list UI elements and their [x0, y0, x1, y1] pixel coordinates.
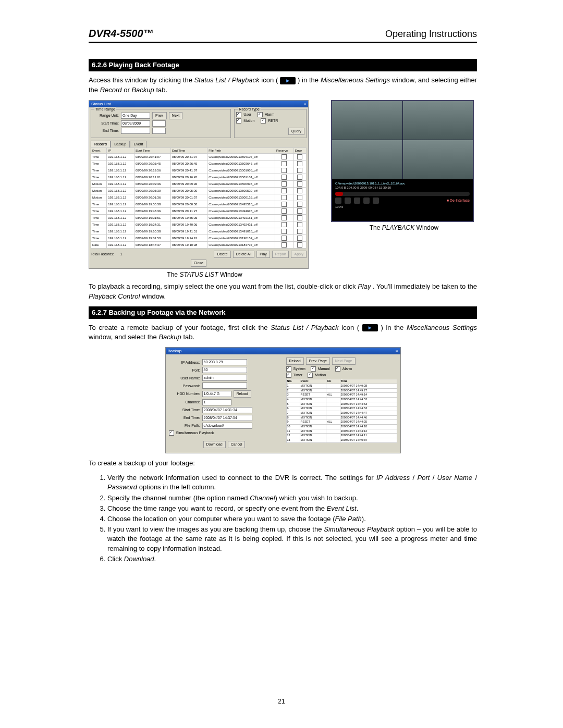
motion-checkbox[interactable] [308, 373, 313, 378]
reserve-checkbox[interactable] [282, 161, 287, 166]
system-checkbox[interactable] [286, 366, 291, 372]
table-row[interactable]: 1MOTION2008/04/07 14:49:28 [286, 384, 397, 388]
reserve-checkbox[interactable] [282, 181, 287, 187]
table-row[interactable]: Motion192.168.1.1208/09/09 20:05:3008/09… [91, 187, 307, 194]
reserve-checkbox[interactable] [282, 222, 287, 227]
pwd-input[interactable] [202, 382, 247, 389]
table-row[interactable]: Time192.168.1.1208/09/09 19:31:5108/09/0… [91, 214, 307, 221]
reserve-checkbox[interactable] [282, 236, 287, 241]
error-checkbox[interactable] [297, 195, 302, 200]
alarm-checkbox[interactable] [258, 112, 263, 117]
reload-button[interactable]: Reload [234, 390, 251, 398]
alarm-checkbox[interactable] [335, 366, 340, 372]
start-time-time[interactable] [152, 120, 166, 127]
channel-select[interactable]: 1 [202, 399, 231, 405]
manual-checkbox[interactable] [311, 366, 316, 372]
reserve-checkbox[interactable] [282, 154, 287, 159]
start-time-input[interactable]: 08/09/2009 [121, 120, 150, 127]
close-icon[interactable]: × [396, 348, 398, 354]
table-row[interactable]: Time192.168.1.1208/09/09 20:19:5608/09/0… [91, 167, 307, 174]
table-row[interactable]: 13MOTION2008/04/07 14:40:34 [286, 438, 397, 443]
records-table[interactable]: Event IP Start Time End Time File Path R… [91, 147, 307, 249]
reserve-checkbox[interactable] [282, 208, 287, 214]
reserve-checkbox[interactable] [282, 202, 287, 207]
cancel-button[interactable]: Cancel [228, 441, 246, 448]
reserve-checkbox[interactable] [282, 195, 287, 200]
rewind-icon[interactable] [363, 198, 370, 204]
ip-input[interactable]: 60.203.8.29 [202, 359, 247, 365]
error-checkbox[interactable] [297, 236, 302, 241]
next-button[interactable]: Next [169, 112, 182, 119]
forward-icon[interactable] [373, 198, 379, 204]
retr-checkbox[interactable] [261, 118, 266, 124]
close-icon[interactable]: × [303, 101, 306, 107]
range-unit-select[interactable]: One Day [121, 113, 150, 119]
error-checkbox[interactable] [297, 208, 302, 214]
hdd-select[interactable]: 1/0.447 G [202, 391, 231, 397]
table-row[interactable]: Motion192.168.1.1208/09/09 20:01:3608/09… [91, 194, 307, 201]
table-row[interactable]: 10MOTION2008/04/07 14:44:18 [286, 425, 397, 429]
table-row[interactable]: Time192.168.1.1208/09/09 19:46:3608/09/0… [91, 207, 307, 214]
event-table[interactable]: NO. Event CH Time 1MOTION2008/04/07 14:4… [286, 379, 397, 443]
camera-view-4[interactable] [403, 140, 473, 179]
table-row[interactable]: 11MOTION2008/04/07 14:44:12 [286, 429, 397, 434]
error-checkbox[interactable] [297, 168, 302, 173]
table-row[interactable]: Time192.168.1.1208/09/09 19:01:5308/09/0… [91, 235, 307, 241]
apply-button[interactable]: Apply [291, 251, 307, 258]
table-row[interactable]: 3RESETALL2008/04/07 14:49:14 [286, 393, 397, 398]
close-button[interactable]: Close [191, 260, 206, 267]
prev-page-button[interactable]: Prev. Page [306, 357, 330, 365]
timer-checkbox[interactable] [286, 373, 291, 378]
end-time-input[interactable]: 2008/04/07 14:37:54 [202, 415, 252, 421]
repair-button[interactable]: Repair [272, 251, 289, 258]
motion-checkbox[interactable] [236, 118, 241, 124]
table-row[interactable]: Time192.168.1.1208/09/09 19:55:3808/09/0… [91, 201, 307, 207]
delete-all-button[interactable]: Delete All [233, 251, 255, 258]
error-checkbox[interactable] [297, 154, 302, 159]
camera-view-2[interactable] [403, 101, 473, 140]
tab-event[interactable]: Event [130, 141, 146, 147]
reserve-checkbox[interactable] [282, 175, 287, 180]
table-row[interactable]: Time192.168.1.1208/09/09 20:36:4508/09/0… [91, 160, 307, 167]
table-row[interactable]: 9RESETALL2008/04/07 14:44:25 [286, 420, 397, 425]
reload-button[interactable]: Reload [286, 357, 304, 365]
reserve-checkbox[interactable] [282, 188, 287, 193]
tab-backup[interactable]: Backup [111, 141, 130, 147]
reserve-checkbox[interactable] [282, 242, 287, 248]
table-row[interactable]: Time192.168.1.1208/09/09 20:11:0108/09/0… [91, 174, 307, 180]
reserve-checkbox[interactable] [282, 229, 287, 234]
play-button[interactable]: Play [256, 251, 270, 258]
error-checkbox[interactable] [297, 181, 302, 187]
table-row[interactable]: 2MOTION2008/04/07 14:49:27 [286, 388, 397, 393]
table-row[interactable]: 4MOTION2008/04/07 14:44:53 [286, 397, 397, 402]
prev-button[interactable]: Prev. [152, 112, 167, 119]
query-button[interactable]: Query [288, 128, 304, 135]
table-row[interactable]: 8MOTION2008/04/07 14:44:46 [286, 415, 397, 420]
table-row[interactable]: 12MOTION2008/04/07 14:44:11 [286, 434, 397, 438]
user-input[interactable]: admin [202, 375, 247, 381]
stop-icon[interactable] [335, 198, 341, 204]
table-row[interactable]: 6MOTION2008/04/07 14:44:53 [286, 406, 397, 411]
error-checkbox[interactable] [297, 229, 302, 234]
end-time-input[interactable] [121, 128, 150, 134]
error-checkbox[interactable] [297, 202, 302, 207]
table-row[interactable]: Motion192.168.1.1208/09/09 20:09:3608/09… [91, 180, 307, 187]
reserve-checkbox[interactable] [282, 168, 287, 173]
user-checkbox[interactable] [236, 112, 241, 117]
pause-icon[interactable] [354, 198, 360, 204]
error-checkbox[interactable] [297, 175, 302, 180]
end-time-time[interactable] [152, 128, 166, 134]
download-button[interactable]: Download [203, 441, 226, 448]
table-row[interactable]: Time192.168.1.1208/09/09 19:10:3808/09/0… [91, 228, 307, 235]
next-page-button[interactable]: Next Page [332, 357, 356, 365]
camera-view-1[interactable] [332, 101, 402, 140]
table-row[interactable]: 5MOTION2008/04/07 14:44:53 [286, 402, 397, 406]
error-checkbox[interactable] [297, 215, 302, 220]
error-checkbox[interactable] [297, 222, 302, 227]
tab-record[interactable]: Record [91, 141, 111, 147]
progress-bar[interactable] [335, 192, 470, 196]
error-checkbox[interactable] [297, 161, 302, 166]
play-icon[interactable] [345, 198, 351, 204]
path-input[interactable]: c:\download\ [202, 423, 252, 429]
table-row[interactable]: Date192.168.1.1208/09/09 18:47:3708/09/0… [91, 241, 307, 248]
